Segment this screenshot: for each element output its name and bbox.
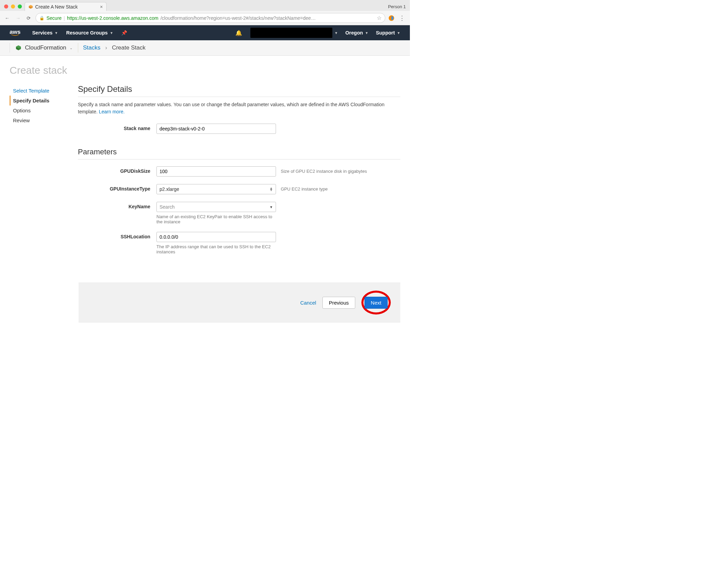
cancel-button[interactable]: Cancel <box>300 300 316 306</box>
help-key-name: Name of an existing EC2 KeyPair to enabl… <box>156 212 276 224</box>
wizard-nav: Select Template Specify Details Options … <box>10 84 71 262</box>
label-gpu-type: GPUInstanceType <box>78 184 156 192</box>
input-ssh-loc[interactable] <box>156 232 276 242</box>
highlight-annotation: Next <box>361 291 391 314</box>
input-gpu-disk[interactable] <box>156 166 276 177</box>
help-gpu-disk: Size of GPU EC2 instance disk in gigabyt… <box>281 166 367 174</box>
profile-label[interactable]: Person 1 <box>384 3 410 11</box>
next-button[interactable]: Next <box>364 297 388 309</box>
learn-more-link[interactable]: Learn more. <box>99 109 124 114</box>
reload-button[interactable]: ⟳ <box>25 15 32 22</box>
aws-top-nav: aws Services▼ Resource Groups▼ 📌 🔔 ▼ Ore… <box>0 25 410 40</box>
forward-button: → <box>14 15 22 22</box>
wizard-step-review[interactable]: Review <box>10 115 71 125</box>
browser-menu-icon[interactable]: ⋮ <box>398 14 406 22</box>
input-stack-name[interactable] <box>156 124 276 134</box>
secure-label: Secure <box>46 15 61 21</box>
caret-down-icon: ▼ <box>365 31 369 35</box>
url-path: /cloudformation/home?region=us-west-2#/s… <box>161 15 316 21</box>
help-gpu-type: GPU EC2 instance type <box>281 184 328 192</box>
wizard-step-specify-details[interactable]: Specify Details <box>10 96 71 106</box>
caret-down-icon: ⌄ <box>70 46 72 50</box>
breadcrumb-current: Create Stack <box>112 44 146 51</box>
label-key-name: KeyName <box>78 202 156 209</box>
section-heading-parameters: Parameters <box>78 148 400 159</box>
select-gpu-type[interactable]: p2.xlarge ▲▼ <box>156 184 276 194</box>
account-menu[interactable] <box>250 28 332 38</box>
tab-favicon-icon <box>28 4 33 9</box>
aws-logo[interactable]: aws <box>10 30 20 36</box>
label-stack-name: Stack name <box>78 124 156 131</box>
extension-icon[interactable] <box>389 15 394 21</box>
minimize-window-icon[interactable] <box>11 4 15 9</box>
breadcrumb-separator: › <box>105 44 107 51</box>
nav-resource-groups[interactable]: Resource Groups▼ <box>66 30 113 36</box>
back-button[interactable]: ← <box>3 15 11 22</box>
previous-button[interactable]: Previous <box>322 297 355 309</box>
nav-support[interactable]: Support▼ <box>376 30 400 36</box>
nav-region[interactable]: Oregon▼ <box>345 30 368 36</box>
pin-icon[interactable]: 📌 <box>121 30 127 36</box>
service-switcher[interactable]: CloudFormation ⌄ <box>10 43 78 53</box>
caret-down-icon: ▼ <box>55 31 58 35</box>
stepper-icon: ▲▼ <box>269 187 273 191</box>
caret-down-icon: ▼ <box>269 205 273 209</box>
lock-icon: 🔒 <box>39 16 44 20</box>
tab-title: Create A New Stack <box>35 4 78 10</box>
caret-down-icon: ▼ <box>110 31 113 35</box>
wizard-step-options[interactable]: Options <box>10 106 71 115</box>
address-bar[interactable]: 🔒 Secure | https://us-west-2.console.aws… <box>36 13 385 23</box>
breadcrumb-stacks[interactable]: Stacks <box>83 44 100 51</box>
section-description: Specify a stack name and parameter value… <box>78 101 400 115</box>
close-window-icon[interactable] <box>4 4 8 9</box>
window-controls <box>3 4 25 9</box>
service-breadcrumb-bar: CloudFormation ⌄ Stacks › Create Stack <box>0 40 410 56</box>
wizard-step-select-template[interactable]: Select Template <box>10 86 71 96</box>
page-title: Create stack <box>10 65 410 76</box>
cloudformation-icon <box>15 45 22 51</box>
bell-icon[interactable]: 🔔 <box>235 30 242 36</box>
label-ssh-loc: SSHLocation <box>78 232 156 239</box>
maximize-window-icon[interactable] <box>18 4 22 9</box>
browser-chrome: Create A New Stack × Person 1 ← → ⟳ 🔒 Se… <box>0 0 410 25</box>
section-heading-details: Specify Details <box>78 84 400 97</box>
wizard-footer: Cancel Previous Next <box>79 282 400 323</box>
select-key-name[interactable]: Search ▼ <box>156 202 276 212</box>
bookmark-star-icon[interactable]: ☆ <box>377 15 382 21</box>
browser-tab[interactable]: Create A New Stack × <box>25 2 107 11</box>
tab-close-icon[interactable]: × <box>100 4 103 10</box>
caret-down-icon: ▼ <box>334 31 338 35</box>
nav-services[interactable]: Services▼ <box>32 30 58 36</box>
help-ssh-loc: The IP address range that can be used to… <box>156 242 276 254</box>
label-gpu-disk: GPUDiskSize <box>78 166 156 174</box>
url-host: https://us-west-2.console.aws.amazon.com <box>67 15 158 21</box>
caret-down-icon: ▼ <box>397 31 400 35</box>
